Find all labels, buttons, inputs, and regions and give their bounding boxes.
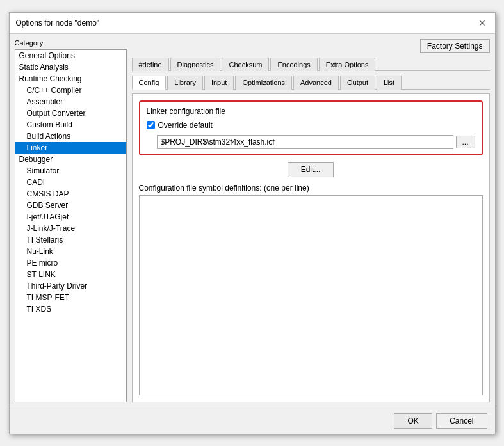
cancel-button[interactable]: Cancel (436, 413, 487, 429)
tab-define[interactable]: #define (132, 58, 169, 71)
dialog: Options for node "demo" ✕ Category: Gene… (9, 12, 496, 434)
sidebar-item-cadi[interactable]: CADI (15, 177, 126, 188)
sidebar-item-cpp-compiler[interactable]: C/C++ Compiler (15, 84, 126, 96)
sidebar-item-output-converter[interactable]: Output Converter (15, 108, 126, 119)
sidebar-item-st-link[interactable]: ST-LINK (15, 269, 126, 280)
browse-button[interactable]: ... (456, 136, 475, 148)
tab-input[interactable]: Input (204, 76, 234, 90)
tab-library[interactable]: Library (167, 76, 203, 90)
linker-config-title: Linker configuration file (147, 107, 475, 116)
dialog-title: Options for node "demo" (16, 19, 100, 28)
tab-advanced[interactable]: Advanced (293, 76, 339, 90)
tab-list[interactable]: List (377, 76, 402, 90)
tab-output[interactable]: Output (340, 76, 375, 90)
sidebar-item-custom-build[interactable]: Custom Build (15, 119, 126, 131)
tab-content: Linker configuration file Override defau… (132, 93, 490, 402)
sidebar-item-runtime-checking[interactable]: Runtime Checking (15, 73, 126, 84)
sidebar: Category: General OptionsStatic Analysis… (15, 39, 127, 402)
config-symbol-section: Configuration file symbol definitions: (… (139, 184, 483, 395)
sidebar-item-debugger[interactable]: Debugger (15, 154, 126, 165)
factory-settings-button[interactable]: Factory Settings (420, 39, 490, 53)
sidebar-item-ti-xds[interactable]: TI XDS (15, 303, 126, 315)
edit-button[interactable]: Edit... (288, 162, 334, 177)
sidebar-item-ti-msp-fet[interactable]: TI MSP-FET (15, 292, 126, 303)
main-panel: Factory Settings #defineDiagnosticsCheck… (132, 39, 490, 402)
override-checkbox[interactable] (147, 121, 155, 129)
sidebar-item-static-analysis[interactable]: Static Analysis (15, 61, 126, 73)
edit-btn-row: Edit... (139, 162, 483, 177)
sidebar-item-cmsis-dap[interactable]: CMSIS DAP (15, 188, 126, 200)
override-label[interactable]: Override default (158, 121, 213, 130)
close-button[interactable]: ✕ (476, 17, 489, 29)
tab-diagnostics[interactable]: Diagnostics (170, 58, 221, 71)
dialog-body: Category: General OptionsStatic Analysis… (10, 34, 495, 408)
tab-encodings[interactable]: Encodings (270, 58, 317, 71)
linker-config-box: Linker configuration file Override defau… (139, 100, 483, 155)
sidebar-item-i-jet[interactable]: I-jet/JTAGjet (15, 211, 126, 223)
sidebar-item-general-options[interactable]: General Options (15, 50, 126, 61)
tab-extra-options[interactable]: Extra Options (319, 58, 376, 71)
sidebar-label: Category: (15, 39, 127, 47)
sidebar-item-simulator[interactable]: Simulator (15, 165, 126, 177)
sidebar-item-build-actions[interactable]: Build Actions (15, 131, 126, 142)
sidebar-item-ti-stellaris[interactable]: TI Stellaris (15, 234, 126, 246)
factory-settings-row: Factory Settings (132, 39, 490, 53)
tab-config[interactable]: Config (132, 76, 167, 90)
dialog-footer: OK Cancel (10, 408, 495, 434)
ok-button[interactable]: OK (394, 413, 432, 429)
title-bar: Options for node "demo" ✕ (10, 13, 495, 34)
sidebar-item-pe-micro[interactable]: PE micro (15, 257, 126, 269)
sidebar-item-gdb-server[interactable]: GDB Server (15, 200, 126, 211)
tab-optimizations[interactable]: Optimizations (235, 76, 292, 90)
sidebar-item-linker[interactable]: Linker (15, 142, 126, 154)
tab-row-1: #defineDiagnosticsChecksumEncodingsExtra… (132, 57, 490, 71)
sidebar-item-j-link[interactable]: J-Link/J-Trace (15, 223, 126, 234)
config-symbol-textarea[interactable] (139, 195, 483, 395)
sidebar-item-third-party-driver[interactable]: Third-Party Driver (15, 280, 126, 292)
file-path-input[interactable] (157, 135, 453, 149)
sidebar-item-nu-link[interactable]: Nu-Link (15, 246, 126, 257)
file-row: ... (147, 135, 475, 149)
override-row: Override default (147, 121, 475, 130)
tab-row-2: ConfigLibraryInputOptimizationsAdvancedO… (132, 75, 490, 90)
config-symbol-label: Configuration file symbol definitions: (… (139, 184, 483, 193)
tab-checksum[interactable]: Checksum (222, 58, 269, 71)
sidebar-list[interactable]: General OptionsStatic AnalysisRuntime Ch… (15, 49, 127, 402)
sidebar-item-assembler[interactable]: Assembler (15, 96, 126, 108)
